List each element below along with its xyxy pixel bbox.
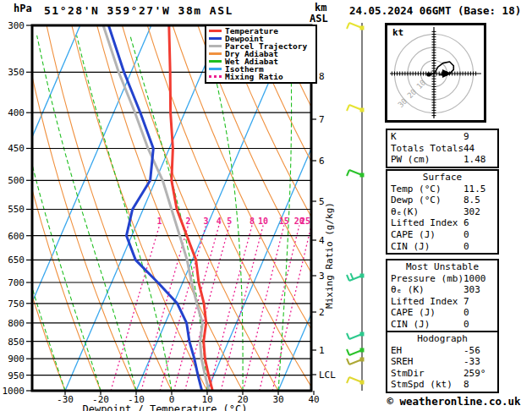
panel-row: PW (cm)1.48 xyxy=(387,154,497,166)
km-axis: 87654321LCLMixing Ratio (g/kg) xyxy=(311,71,336,381)
pressure-tick-label: 900 xyxy=(8,353,25,364)
panel-row-value: 8 xyxy=(463,379,469,391)
pressure-tick-label: 650 xyxy=(8,255,25,266)
panel-row-value: 0 xyxy=(463,307,469,319)
temp-tick-label: 30 xyxy=(272,394,283,405)
km-tick-label: 8 xyxy=(319,71,325,82)
panel-row: CIN (J)0 xyxy=(387,319,497,331)
wet-adiabat-line xyxy=(37,36,136,391)
lcl-label: LCL xyxy=(319,370,336,381)
pressure-tick-label: 700 xyxy=(8,277,25,288)
panel-row: θₑ (K)303 xyxy=(387,284,497,296)
skewt-page: { "header": { "pressure_unit": "hPa", "t… xyxy=(0,0,532,411)
mixing-ratio-value: 3 xyxy=(203,216,208,226)
panel-row-label: StmDir xyxy=(391,368,425,380)
km-tick-label: 7 xyxy=(319,114,325,125)
mixing-ratio-line xyxy=(141,226,189,392)
dry-adiabat-line xyxy=(47,25,172,391)
panel-row: CAPE (J)0 xyxy=(387,307,497,319)
sounding-curves xyxy=(103,25,212,391)
temp-tick-label: -30 xyxy=(57,394,74,405)
mixing-ratio-line xyxy=(221,226,263,392)
panel-row: CIN (J)0 xyxy=(387,241,497,253)
wind-barb xyxy=(347,273,365,281)
mixing-ratio-value: 4 xyxy=(217,216,222,226)
panel-row-label: SREH xyxy=(391,356,414,368)
legend-swatch-6 xyxy=(209,75,222,78)
isotherm-line xyxy=(65,25,222,391)
panel-row: EH-56 xyxy=(387,345,497,357)
credit-footer: © weatheronline.co.uk xyxy=(376,395,532,408)
panel-row-label: EH xyxy=(391,345,402,357)
mixing-ratio-value: 2 xyxy=(185,216,190,226)
panel-row-label: Dewp (°C) xyxy=(391,195,442,206)
panel-row-value: 1.48 xyxy=(463,154,486,166)
pressure-tick-label: 350 xyxy=(8,67,25,78)
stats-panel-indices: K9Totals Totals44PW (cm)1.48 xyxy=(386,129,499,168)
pressure-tick-label: 600 xyxy=(8,231,25,242)
panel-row: Lifted Index7 xyxy=(387,296,497,308)
legend-swatch-2 xyxy=(209,45,222,47)
wind-barb-staff xyxy=(347,23,365,391)
skewt-diagram: 1234581015202530035040045050055060065070… xyxy=(0,0,385,411)
legend-swatch-1 xyxy=(209,37,222,40)
temp-axis: -30-20-10010203040Dewpoint / Temperature… xyxy=(57,391,320,411)
mixing-ratio-line xyxy=(209,226,252,392)
wind-barb xyxy=(347,170,365,178)
panel-row-label: CAPE (J) xyxy=(391,307,436,319)
panel-row-label: CAPE (J) xyxy=(391,229,436,241)
legend-swatch-5 xyxy=(209,68,222,70)
mixing-ratio-value: 5 xyxy=(227,216,232,226)
legend-swatch-3 xyxy=(209,52,222,55)
panel-row-label: Pressure (mb) xyxy=(391,273,463,285)
mixing-ratio-line xyxy=(111,226,160,392)
temp-axis-title: Dewpoint / Temperature (°C) xyxy=(82,403,247,411)
panel-row-value: 11.5 xyxy=(463,184,486,195)
legend-item: Mixing Ratio xyxy=(209,73,315,80)
mixing-ratio-line xyxy=(272,226,311,392)
mixing-ratio-line xyxy=(260,226,299,392)
temp-tick-label: 40 xyxy=(308,394,319,405)
mixing-ratio-value: 25 xyxy=(300,216,310,226)
mixing-ratio-axis-title: Mixing Ratio (g/kg) xyxy=(324,202,335,309)
panel-title: Most Unstable xyxy=(387,261,497,273)
panel-row-label: Totals Totals xyxy=(391,143,463,155)
wind-barb xyxy=(347,348,365,356)
panel-row-value: -56 xyxy=(463,345,480,357)
dry-adiabat-line xyxy=(349,25,385,391)
panel-row-label: θₑ(K) xyxy=(391,206,419,218)
panel-row-label: PW (cm) xyxy=(391,154,430,166)
panel-row-label: Lifted Index xyxy=(391,217,458,229)
panel-row-value: 0 xyxy=(463,241,469,253)
wind-barb xyxy=(347,23,365,30)
panel-row: StmSpd (kt)8 xyxy=(387,379,497,391)
pressure-tick-label: 1000 xyxy=(3,386,25,397)
hodograph-origin-dot xyxy=(426,72,431,76)
panel-row-value: 259° xyxy=(463,368,486,380)
wind-barb xyxy=(347,105,365,112)
pressure-tick-label: 850 xyxy=(8,337,25,348)
panel-row: Lifted Index6 xyxy=(387,217,497,229)
parcel-curve xyxy=(103,25,209,391)
pressure-tick-label: 750 xyxy=(8,299,25,310)
mixing-ratio-value: 15 xyxy=(279,216,289,226)
panel-row-label: Temp (°C) xyxy=(391,184,442,195)
panel-row-value: 1000 xyxy=(463,273,486,285)
panel-row-label: K xyxy=(391,131,397,143)
panel-row-label: Lifted Index xyxy=(391,296,458,308)
panel-row-value: 8.5 xyxy=(463,195,480,206)
wet-adiabat-line xyxy=(206,36,243,391)
panel-title: Hodograph xyxy=(387,333,497,345)
pressure-tick-label: 950 xyxy=(8,370,25,381)
panel-row-value: 7 xyxy=(463,296,469,308)
panel-row-value: 302 xyxy=(463,206,480,218)
panel-row-label: CIN (J) xyxy=(391,319,430,331)
pressure-tick-label: 550 xyxy=(8,204,25,215)
wind-barb xyxy=(347,377,365,385)
legend-label: Mixing Ratio xyxy=(225,73,283,80)
pressure-tick-label: 800 xyxy=(8,318,25,329)
mixing-ratio-value: 8 xyxy=(250,216,255,226)
panel-row: Dewp (°C)8.5 xyxy=(387,195,497,206)
pressure-tick-label: 300 xyxy=(8,20,25,31)
pressure-tick-label: 500 xyxy=(8,175,25,186)
